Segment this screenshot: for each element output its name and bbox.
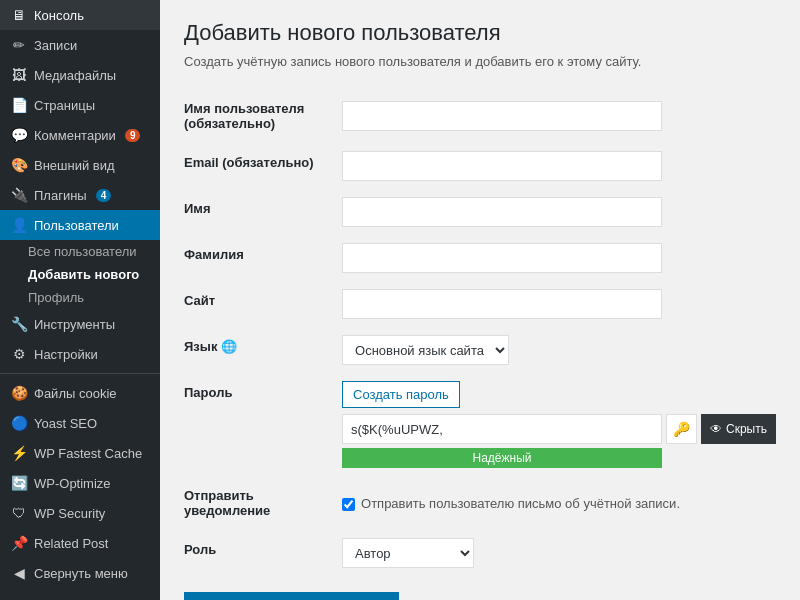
role-row: Роль Автор Подписчик Редактор Администра… — [184, 530, 776, 576]
sidebar: 🖥 Консоль ✏ Записи 🖼 Медиафайлы 📄 Страни… — [0, 0, 160, 600]
hide-label: Скрыть — [726, 422, 767, 436]
email-input[interactable] — [342, 151, 662, 181]
users-icon: 👤 — [10, 217, 28, 233]
settings-icon: ⚙ — [10, 346, 28, 362]
notification-checkbox[interactable] — [342, 498, 355, 511]
wpoptimize-icon: 🔄 — [10, 475, 28, 491]
site-label: Сайт — [184, 293, 215, 308]
sidebar-item-wpsecurity[interactable]: 🛡 WP Security — [0, 498, 160, 528]
relatedpost-icon: 📌 — [10, 535, 28, 551]
submenu-add-user[interactable]: Добавить нового — [28, 263, 160, 286]
sidebar-item-appearance[interactable]: 🎨 Внешний вид — [0, 150, 160, 180]
sidebar-item-label: WP Fastest Cache — [34, 446, 142, 461]
sidebar-item-label: Пользователи — [34, 218, 119, 233]
user-form: Имя пользователя (обязательно) Email (об… — [184, 89, 776, 576]
language-row: Язык 🌐 Основной язык сайта — [184, 327, 776, 373]
password-input-wrap: 🔑 👁 Скрыть — [342, 414, 776, 444]
posts-icon: ✏ — [10, 37, 28, 53]
eye-icon-button[interactable]: 🔑 — [666, 414, 697, 444]
yoast-icon: 🔵 — [10, 415, 28, 431]
wpsecurity-icon: 🛡 — [10, 505, 28, 521]
username-input[interactable] — [342, 101, 662, 131]
sidebar-item-label: Записи — [34, 38, 77, 53]
comments-icon: 💬 — [10, 127, 28, 143]
sidebar-item-label: WP-Optimize — [34, 476, 111, 491]
tools-icon: 🔧 — [10, 316, 28, 332]
notification-text: Отправить пользователю письмо об учётной… — [361, 496, 680, 511]
sidebar-item-label: Страницы — [34, 98, 95, 113]
lastname-row: Фамилия — [184, 235, 776, 281]
generate-password-button[interactable]: Создать пароль — [342, 381, 460, 408]
page-title: Добавить нового пользователя — [184, 20, 776, 46]
cookie-icon: 🍪 — [10, 385, 28, 401]
sidebar-item-pages[interactable]: 📄 Страницы — [0, 90, 160, 120]
sidebar-item-label: Медиафайлы — [34, 68, 116, 83]
appearance-icon: 🎨 — [10, 157, 28, 173]
sidebar-item-label: Комментарии — [34, 128, 116, 143]
sidebar-item-settings[interactable]: ⚙ Настройки — [0, 339, 160, 369]
main-content: Добавить нового пользователя Создать учё… — [160, 0, 800, 600]
language-label: Язык 🌐 — [184, 339, 237, 354]
sidebar-item-cookie[interactable]: 🍪 Файлы cookie — [0, 378, 160, 408]
submenu-all-users[interactable]: Все пользователи — [28, 240, 160, 263]
role-select-wrap: Автор Подписчик Редактор Администратор — [342, 538, 776, 568]
lastname-input[interactable] — [342, 243, 662, 273]
password-row: Пароль Создать пароль 🔑 👁 Скрыть Надёжны… — [184, 373, 776, 476]
sidebar-item-label: Настройки — [34, 347, 98, 362]
firstname-input[interactable] — [342, 197, 662, 227]
role-select[interactable]: Автор Подписчик Редактор Администратор — [342, 538, 474, 568]
sidebar-item-wpoptimize[interactable]: 🔄 WP-Optimize — [0, 468, 160, 498]
sidebar-item-label: Внешний вид — [34, 158, 115, 173]
role-label: Роль — [184, 542, 216, 557]
notification-row: Отправить уведомление Отправить пользова… — [184, 476, 776, 530]
sidebar-item-console[interactable]: 🖥 Консоль — [0, 0, 160, 30]
sidebar-item-label: Свернуть меню — [34, 566, 128, 581]
site-input[interactable] — [342, 289, 662, 319]
sidebar-item-label: Инструменты — [34, 317, 115, 332]
sidebar-item-tools[interactable]: 🔧 Инструменты — [0, 309, 160, 339]
media-icon: 🖼 — [10, 67, 28, 83]
hide-password-button[interactable]: 👁 Скрыть — [701, 414, 776, 444]
sidebar-item-yoast[interactable]: 🔵 Yoast SEO — [0, 408, 160, 438]
language-select-wrap: Основной язык сайта — [342, 335, 776, 365]
sidebar-item-label: Файлы cookie — [34, 386, 117, 401]
sidebar-item-collapse[interactable]: ◀ Свернуть меню — [0, 558, 160, 588]
sidebar-item-label: Related Post — [34, 536, 108, 551]
sidebar-item-relatedpost[interactable]: 📌 Related Post — [0, 528, 160, 558]
console-icon: 🖥 — [10, 7, 28, 23]
username-label: Имя пользователя (обязательно) — [184, 101, 304, 131]
sidebar-item-users[interactable]: 👤 Пользователи — [0, 210, 160, 240]
pages-icon: 📄 — [10, 97, 28, 113]
plugins-badge: 4 — [96, 189, 112, 202]
sidebar-item-label: Плагины — [34, 188, 87, 203]
password-label: Пароль — [184, 385, 232, 400]
comments-badge: 9 — [125, 129, 141, 142]
lastname-label: Фамилия — [184, 247, 244, 262]
submit-button[interactable]: Добавить нового пользователя — [184, 592, 399, 600]
firstname-label: Имя — [184, 201, 211, 216]
users-submenu: Все пользователи Добавить нового Профиль — [0, 240, 160, 309]
notification-label: Отправить уведомление — [184, 488, 270, 518]
sidebar-item-plugins[interactable]: 🔌 Плагины 4 — [0, 180, 160, 210]
firstname-row: Имя — [184, 189, 776, 235]
hide-eye-icon: 👁 — [710, 422, 722, 436]
language-select[interactable]: Основной язык сайта — [342, 335, 509, 365]
email-row: Email (обязательно) — [184, 143, 776, 189]
sidebar-item-comments[interactable]: 💬 Комментарии 9 — [0, 120, 160, 150]
password-strength-bar: Надёжный — [342, 448, 662, 468]
page-description: Создать учётную запись нового пользовате… — [184, 54, 776, 69]
sidebar-item-label: WP Security — [34, 506, 105, 521]
site-row: Сайт — [184, 281, 776, 327]
wpfastest-icon: ⚡ — [10, 445, 28, 461]
sidebar-item-posts[interactable]: ✏ Записи — [0, 30, 160, 60]
email-label: Email (обязательно) — [184, 155, 314, 170]
submenu-profile[interactable]: Профиль — [28, 286, 160, 309]
language-icon: 🌐 — [221, 339, 237, 354]
collapse-icon: ◀ — [10, 565, 28, 581]
sidebar-item-media[interactable]: 🖼 Медиафайлы — [0, 60, 160, 90]
notification-wrap: Отправить пользователю письмо об учётной… — [342, 496, 776, 511]
sidebar-item-label: Консоль — [34, 8, 84, 23]
password-input[interactable] — [342, 414, 662, 444]
sidebar-item-wpfastest[interactable]: ⚡ WP Fastest Cache — [0, 438, 160, 468]
sidebar-item-label: Yoast SEO — [34, 416, 97, 431]
